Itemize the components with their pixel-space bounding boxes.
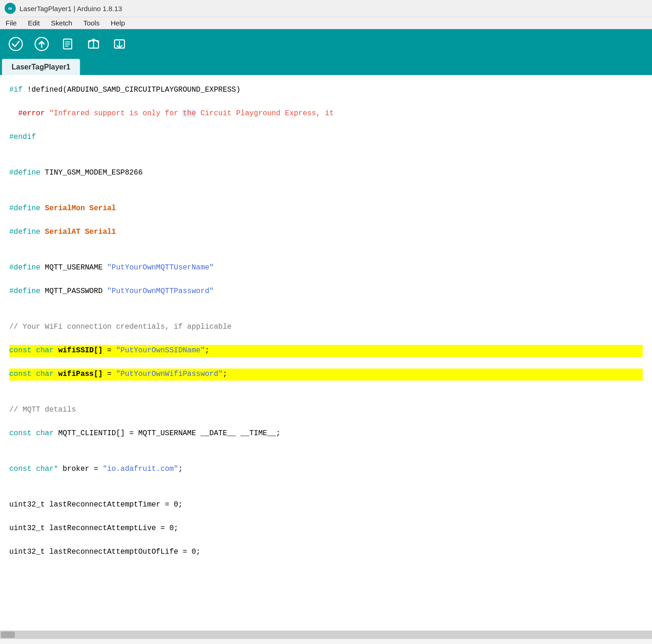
code-line: #define TINY_GSM_MODEM_ESP8266: [9, 167, 643, 179]
code-line: uint32_t lastReconnectAttemptOutOfLife =…: [9, 546, 643, 558]
code-line-highlighted: const char wifiPass[] = "PutYourOwnWifiP…: [9, 369, 643, 381]
code-line: uint32_t lastReconnectAttemptTimer = 0;: [9, 499, 643, 511]
code-line: #define SerialMon Serial: [9, 203, 643, 215]
code-line: #if !defined(ARDUINO_SAMD_CIRCUITPLAYGRO…: [9, 84, 643, 96]
code-line-highlighted: const char wifiSSID[] = "PutYourOwnSSIDN…: [9, 345, 643, 357]
menu-help[interactable]: Help: [109, 18, 127, 28]
scrollbar-thumb[interactable]: [1, 631, 15, 638]
save-button[interactable]: [108, 33, 131, 55]
upload-button[interactable]: [31, 33, 53, 55]
menu-tools[interactable]: Tools: [82, 18, 101, 28]
code-line: const char* broker = "io.adafruit.com";: [9, 463, 643, 475]
svg-point-0: [9, 38, 22, 50]
menu-file[interactable]: File: [4, 18, 19, 28]
window-title: LaserTagPlayer1 | Arduino 1.8.13: [19, 5, 122, 13]
code-line: uint32_t lastReconnectAttemptLive = 0;: [9, 523, 643, 535]
code-line: #error "Infrared support is only for the…: [9, 108, 643, 120]
arduino-logo: ∞: [5, 3, 16, 14]
menu-edit[interactable]: Edit: [26, 18, 42, 28]
code-line: #define MQTT_USERNAME "PutYourOwnMQTTUse…: [9, 262, 643, 274]
open-button[interactable]: [82, 33, 105, 55]
code-line: #define MQTT_PASSWORD "PutYourOwnMQTTPas…: [9, 286, 643, 298]
code-line: #endif: [9, 131, 643, 144]
title-bar: ∞ LaserTagPlayer1 | Arduino 1.8.13: [0, 0, 652, 17]
code-line: const char MQTT_CLIENTID[] = MQTT_USERNA…: [9, 428, 643, 440]
code-line: // MQTT details: [9, 404, 643, 416]
tabs-bar: LaserTagPlayer1: [0, 59, 652, 75]
tab-lasertag[interactable]: LaserTagPlayer1: [2, 59, 80, 75]
new-button[interactable]: [56, 33, 79, 55]
menu-sketch[interactable]: Sketch: [49, 18, 74, 28]
code-line: // Your WiFi connection credentials, if …: [9, 321, 643, 333]
menu-bar: File Edit Sketch Tools Help: [0, 17, 652, 29]
code-line: #define SerialAT Serial1: [9, 226, 643, 238]
verify-button[interactable]: [5, 33, 27, 55]
horizontal-scrollbar[interactable]: [0, 631, 652, 639]
code-editor[interactable]: #if !defined(ARDUINO_SAMD_CIRCUITPLAYGRO…: [0, 75, 652, 631]
toolbar: [0, 29, 652, 59]
